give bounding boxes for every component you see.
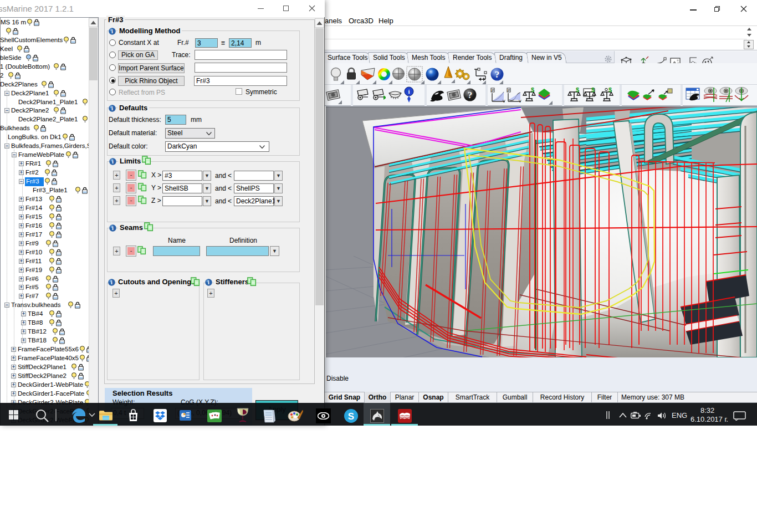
svg-text:i: i [111,105,113,111]
svg-text:$: $ [531,88,534,93]
svg-text:i: i [112,225,114,231]
svg-text:i: i [112,158,114,165]
svg-text:$: $ [608,88,612,93]
svg-text:P: P [492,89,494,93]
svg-text:i: i [408,88,410,95]
svg-text:$: $ [576,88,579,93]
svg-text:$: $ [591,88,595,93]
svg-text:i: i [111,279,112,285]
svg-text:?: ? [468,90,473,100]
svg-text:P: P [508,89,510,93]
svg-text:S: S [348,411,354,422]
svg-text:V: V [503,99,505,103]
svg-text:i: i [111,28,113,34]
svg-text:i: i [208,279,209,285]
